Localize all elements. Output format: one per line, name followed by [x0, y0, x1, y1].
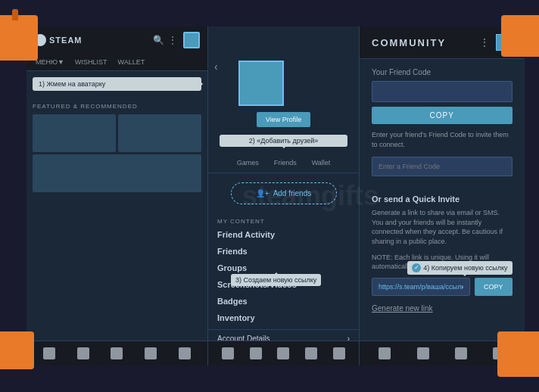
- back-button[interactable]: ‹: [214, 61, 218, 73]
- friend-code-description: Enter your friend's Friend Code to invit…: [372, 130, 513, 149]
- add-friends-button[interactable]: 👤+ Add friends: [231, 182, 337, 204]
- steam-nav: МЕНЮ▼ WISHLIST WALLET: [26, 54, 207, 71]
- bell-icon-mid[interactable]: [305, 347, 317, 359]
- left-bottom-nav: [26, 341, 207, 366]
- tag-icon[interactable]: [43, 347, 55, 359]
- my-content-label: MY CONTENT: [208, 213, 359, 226]
- tooltip-generate-link: 3) Создаем новую ссылку: [231, 274, 321, 286]
- link-row: ✓ 4) Копируем новую ссылку COPY: [372, 278, 513, 296]
- quick-invite-title: Or send a Quick Invite: [372, 194, 513, 204]
- tag-icon-mid[interactable]: [222, 347, 234, 359]
- diamond-icon-mid[interactable]: [277, 347, 289, 359]
- invite-link-input[interactable]: [372, 278, 470, 296]
- tab-wallet[interactable]: Wallet: [312, 157, 331, 168]
- list-icon[interactable]: [77, 347, 89, 359]
- list-icon-mid[interactable]: [250, 347, 262, 359]
- nav-wallet[interactable]: WALLET: [115, 57, 148, 67]
- gift-box-right: [501, 15, 539, 57]
- featured-img-1: [33, 114, 116, 152]
- copy-code-button[interactable]: COPY: [372, 107, 513, 124]
- add-friends-icon: 👤+: [256, 189, 270, 198]
- enter-friend-code-input[interactable]: [372, 157, 513, 176]
- featured-images: [33, 114, 201, 152]
- community-header: COMMUNITY ⋮: [360, 26, 525, 59]
- menu-badges[interactable]: Badges: [217, 293, 350, 310]
- featured-label: FEATURED & RECOMMENDED: [33, 103, 201, 110]
- add-friends-label: Add friends: [273, 189, 312, 198]
- main-container: STEAM 🔍 ⋮ МЕНЮ▼ WISHLIST WALLET 1) Жмем …: [26, 26, 513, 366]
- check-icon: ✓: [412, 263, 421, 272]
- diamond-icon[interactable]: [111, 347, 123, 359]
- menu-inventory[interactable]: Inventory: [217, 310, 350, 326]
- middle-panel: ‹ View Profile 2) «Добавить друзей» Game…: [208, 26, 360, 366]
- hamburger-icon[interactable]: [179, 347, 191, 359]
- avatar[interactable]: [183, 32, 200, 48]
- tab-games[interactable]: Games: [237, 157, 259, 168]
- steam-logo-text: STEAM: [49, 36, 83, 45]
- menu-friends[interactable]: Friends: [217, 243, 350, 260]
- tab-friends[interactable]: Friends: [274, 157, 297, 168]
- community-content: Your Friend Code COPY Enter your friend'…: [360, 59, 525, 341]
- gift-box-bottom-right: [497, 331, 539, 377]
- gift-box-bottom-left: [0, 331, 34, 369]
- diamond-icon-right[interactable]: [455, 347, 467, 359]
- left-panel: STEAM 🔍 ⋮ МЕНЮ▼ WISHLIST WALLET 1) Жмем …: [26, 26, 208, 366]
- featured-section: FEATURED & RECOMMENDED: [26, 97, 207, 341]
- nav-menu[interactable]: МЕНЮ▼: [33, 57, 67, 67]
- steam-header-icons: 🔍 ⋮: [153, 32, 200, 48]
- menu-dots-icon[interactable]: ⋮: [168, 35, 179, 45]
- middle-bottom-nav: [208, 341, 359, 366]
- search-icon[interactable]: 🔍: [153, 35, 164, 45]
- nav-wishlist[interactable]: WISHLIST: [72, 57, 111, 67]
- quick-invite-section: Or send a Quick Invite Generate a link t…: [372, 194, 513, 314]
- friend-code-label: Your Friend Code: [372, 68, 513, 76]
- hamburger-icon-mid[interactable]: [333, 347, 345, 359]
- menu-friend-activity[interactable]: Friend Activity: [217, 226, 350, 243]
- view-profile-button[interactable]: View Profile: [257, 112, 310, 127]
- list-icon-right[interactable]: [417, 347, 429, 359]
- generate-new-link-button[interactable]: Generate new link: [372, 304, 433, 313]
- tooltip4-text: 4) Копируем новую ссылку: [423, 264, 507, 272]
- steam-logo: STEAM: [34, 34, 83, 46]
- profile-avatar[interactable]: [238, 61, 284, 106]
- tag-icon-right[interactable]: [379, 347, 391, 359]
- featured-img-3: [33, 154, 201, 192]
- quick-invite-description: Generate a link to share via email or SM…: [372, 208, 513, 246]
- friend-code-input[interactable]: [372, 81, 513, 102]
- tooltip-add-friends: 2) «Добавить друзей»: [220, 135, 347, 147]
- right-panel: COMMUNITY ⋮ Your Friend Code COPY Enter …: [360, 26, 525, 366]
- tooltip-copy-link: ✓ 4) Копируем новую ссылку: [407, 261, 512, 275]
- copy-link-button[interactable]: COPY: [475, 278, 513, 296]
- profile-tabs: Games Friends Wallet: [208, 153, 359, 173]
- friend-code-section: Your Friend Code COPY Enter your friend'…: [372, 68, 513, 185]
- bell-icon[interactable]: [145, 347, 157, 359]
- featured-img-2: [118, 114, 201, 152]
- gift-box-left: [0, 15, 38, 61]
- tooltip-avatar: 1) Жмем на аватарку: [33, 77, 201, 91]
- community-title: COMMUNITY: [372, 37, 446, 48]
- community-menu-icon[interactable]: ⋮: [479, 36, 490, 48]
- steam-header: STEAM 🔍 ⋮: [26, 26, 207, 54]
